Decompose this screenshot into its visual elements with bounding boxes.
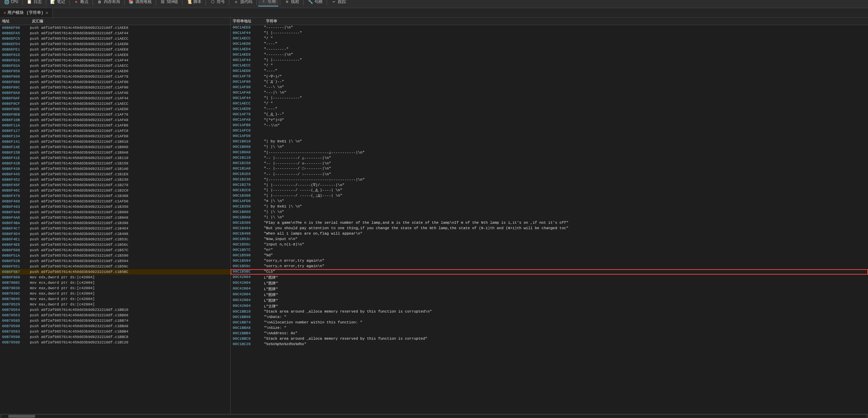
str-row[interactable]: 00C1B56c"input n,n(1-8)\n" bbox=[231, 242, 868, 247]
asm-row[interactable]: 00B6F066push a0f2af9857614c459dd3b9d9232… bbox=[0, 74, 230, 79]
asm-row[interactable]: 00B6F14Epush a0f2af9857614c459dd3b9d9232… bbox=[0, 144, 230, 150]
asm-row[interactable]: 00B6F0DEpush a0f2af9857614c459dd3b9d9232… bbox=[0, 106, 230, 112]
toolbar-callstack[interactable]: 📚 调用堆栈 bbox=[126, 0, 154, 6]
str-row[interactable]: 00C1AFD0 bbox=[231, 134, 868, 139]
str-row[interactable]: 00C1B308"| |----------/ -----(¸;Д)----| … bbox=[231, 193, 868, 199]
asm-row[interactable]: 00B6EFE1push a0f2af9857614c459dd3b9d9232… bbox=[0, 47, 230, 52]
str-row[interactable]: 00C1BC20"%s%s%p%s%zd%s%d%s" bbox=[231, 342, 868, 347]
asm-row[interactable]: 00B6F4C7push a0f2af9857614c459dd3b9d9232… bbox=[0, 226, 230, 231]
asm-row[interactable]: 00B6F51Apush a0f2af9857614c459dd3b9d9232… bbox=[0, 253, 230, 258]
str-row[interactable]: 00C42004L"图牌" bbox=[231, 275, 868, 280]
str-row[interactable]: 00C1AFD0"≡ |\ \n" bbox=[231, 199, 868, 204]
str-row[interactable]: 00C1AECC"/ " bbox=[231, 63, 868, 68]
str-row[interactable]: 00C1AEE8"--------|\n" bbox=[231, 25, 868, 31]
asm-row[interactable]: 00B6F0CFpush a0f2af9857614c459dd3b9d9232… bbox=[0, 101, 230, 106]
tab-close-x[interactable]: ✕ bbox=[3, 10, 6, 16]
str-row[interactable]: 00C1B230"|---------------------------☆--… bbox=[231, 177, 868, 182]
asm-row[interactable]: 00B6F551push a0f2af9857614c459dd3b9d9232… bbox=[0, 264, 230, 269]
asm-row[interactable]: 00B7039Cmov eax,dword ptr ds:[c42004] bbox=[0, 291, 230, 296]
asm-row[interactable]: 00B6F42Bpush a0f2af9857614c459dd3b9d9232… bbox=[0, 161, 230, 166]
toolbar-ref[interactable]: ⚡ 引用 bbox=[258, 0, 278, 6]
str-row[interactable]: 00C1B158"-- |----------/ ◇--------|\n" bbox=[231, 161, 868, 166]
toolbar-memory[interactable]: ▤ 内存布局 bbox=[94, 0, 123, 6]
str-row[interactable]: 00C1AED0"----" bbox=[231, 41, 868, 47]
scrollbar[interactable] bbox=[0, 414, 868, 418]
str-row[interactable]: 00C1AF90"---\ \n" bbox=[231, 85, 868, 90]
asm-row[interactable]: 00B70598push a0f2af9857614c459dd3b9d9232… bbox=[0, 334, 230, 340]
tab-user-module[interactable]: ✕ 用户模块 (字符串) ✕ bbox=[0, 8, 53, 17]
str-row[interactable]: 00C1B57C"n=" bbox=[231, 247, 868, 253]
asm-row[interactable]: 00B6F4ADpush a0f2af9857614c459dd3b9d9232… bbox=[0, 215, 230, 220]
str-row[interactable]: 00C1B110"-- |----------/ △--------|\n" bbox=[231, 155, 868, 161]
asm-row[interactable]: 00B70529mov eax,dword ptr ds:[c42004] bbox=[0, 302, 230, 307]
asm-row[interactable]: 00B6F10Bpush a0f2af9857614c459dd3b9d9232… bbox=[0, 117, 230, 123]
str-row[interactable]: 00C1BBA8"\nSize: " bbox=[231, 325, 868, 331]
asm-row[interactable]: 00B6F4A0push a0f2af9857614c459dd3b9d9232… bbox=[0, 210, 230, 215]
asm-row[interactable]: 00B6F0A8push a0f2af9857614c459dd3b9d9232… bbox=[0, 90, 230, 96]
str-row[interactable]: 00C1B5BC"CLS" bbox=[231, 269, 868, 275]
str-row[interactable]: 00C1AF44"| |------------" bbox=[231, 58, 868, 63]
str-row[interactable]: 00C1AF44"| |------------" bbox=[231, 31, 868, 36]
scrollbar-track[interactable] bbox=[1, 415, 867, 418]
asm-row[interactable]: 00B6F127push a0f2af9857614c459dd3b9d9232… bbox=[0, 128, 230, 134]
str-row[interactable]: 00C1AF44"| |------------" bbox=[231, 96, 868, 101]
asm-row[interactable]: 00B6F508push a0f2af9857614c459dd3b9d9232… bbox=[0, 247, 230, 253]
str-row[interactable]: 00C1AED4"---------" bbox=[231, 47, 868, 52]
str-row[interactable]: 00C1AECC"/ " bbox=[231, 101, 868, 106]
str-row[interactable]: 00C1B350"| by 0x61 |\ \n" bbox=[231, 204, 868, 210]
str-row[interactable]: 00C1B1A0"-- |----------/ □--------|\n" bbox=[231, 166, 868, 172]
str-row[interactable]: 00C42004L"图牌" bbox=[231, 298, 868, 303]
str-row[interactable]: 00C1B594"sorry,n error,try again\n" bbox=[231, 258, 868, 264]
asm-row[interactable]: 00B70563push a0f2af9857614c459dd3b9d9232… bbox=[0, 313, 230, 318]
asm-row[interactable]: 00B70554push a0f2af9857614c459dd3b9d9232… bbox=[0, 307, 230, 313]
str-row[interactable]: 00C42004L"图牌" bbox=[231, 292, 868, 298]
toolbar-source[interactable]: ◇ 源代码 bbox=[231, 0, 255, 6]
str-row[interactable]: 00C1B1E8"-- |----------/ ☆--------|\n" bbox=[231, 172, 868, 177]
str-row[interactable]: 00C1B498"When all 1 lamps are on,flag wi… bbox=[231, 231, 868, 237]
str-row[interactable]: 00C42004L"古牌" bbox=[231, 303, 868, 309]
asm-row[interactable]: 00B6F15Bpush a0f2af9857614c459dd3b9d9232… bbox=[0, 150, 230, 155]
toolbar-handle[interactable]: 🔧 句柄 bbox=[305, 0, 325, 6]
asm-row[interactable]: 00B70590push a0f2af9857614c459dd3b9d9232… bbox=[0, 323, 230, 329]
disasm-content[interactable]: 00B6EF98push a0f2af9857614c459dd3b9d9232… bbox=[0, 25, 230, 414]
asm-row[interactable]: 00B6F486push a0f2af9857614c459dd3b9d9232… bbox=[0, 199, 230, 204]
str-row[interactable]: 00C1B53c"Now,input n\n" bbox=[231, 237, 868, 242]
str-row[interactable]: 00C1BBC8"Stack area around _alloca memor… bbox=[231, 336, 868, 342]
toolbar-cpu[interactable]: CPU bbox=[1, 0, 21, 6]
str-row[interactable]: 00C1B060"| |\ \n" bbox=[231, 144, 868, 150]
str-row[interactable]: 00C1AFA8"(*▽*)=3" bbox=[231, 117, 868, 123]
str-row[interactable]: 00C1AFB8"--∖\n" bbox=[231, 123, 868, 128]
str-row[interactable]: 00C1AF80"(¨Д¨)--" bbox=[231, 79, 868, 85]
str-row[interactable]: 00C1B2C0"| |----------/ -----(¸Д¸)----| … bbox=[231, 188, 868, 193]
str-row[interactable]: 00C1B590"%d" bbox=[231, 253, 868, 258]
asm-row[interactable]: 00B6F09Cpush a0f2af9857614c459dd3b9d9232… bbox=[0, 85, 230, 90]
str-row[interactable]: 00C1AF78"(~∇~)/" bbox=[231, 74, 868, 79]
asm-row[interactable]: 00B6F134push a0f2af9857614c459dd3b9d9232… bbox=[0, 134, 230, 139]
asm-row[interactable]: 00B70045mov eax,dword ptr ds:[c42004] bbox=[0, 296, 230, 302]
asm-row[interactable]: 00B6F52Bpush a0f2af9857614c459dd3b9d9232… bbox=[0, 258, 230, 264]
str-row[interactable]: 00C42004L"图牌" bbox=[231, 286, 868, 292]
toolbar-thread[interactable]: ≋ 线程 bbox=[282, 0, 302, 6]
asm-row[interactable]: 00B6F479push a0f2af9857614c459dd3b9d9232… bbox=[0, 193, 230, 199]
str-row[interactable]: 00C1BBB4"\nAddress: 0x" bbox=[231, 331, 868, 336]
asm-row[interactable]: 00B7059Dpush a0f2af9857614c459dd3b9d9232… bbox=[0, 340, 230, 345]
asm-row[interactable]: 00B6EFD4push a0f2af9857614c459dd3b9d9232… bbox=[0, 41, 230, 47]
asm-row[interactable]: 00B6F4EEpush a0f2af9857614c459dd3b9d9232… bbox=[0, 242, 230, 247]
str-row[interactable]: 00C1AFC8 bbox=[231, 128, 868, 134]
asm-row[interactable]: 00B6EFC5push a0f2af9857614c459dd3b9d9232… bbox=[0, 36, 230, 41]
str-row[interactable]: 00C1AECC"/ " bbox=[231, 36, 868, 41]
asm-row[interactable]: 00B6EF98push a0f2af9857614c459dd3b9d9232… bbox=[0, 25, 230, 31]
toolbar-log[interactable]: 📋 日志 bbox=[24, 0, 44, 6]
asm-row[interactable]: 00B7058Dpush a0f2af9857614c459dd3b9d9232… bbox=[0, 318, 230, 323]
str-row[interactable]: 00C1B060"| |\ \n" bbox=[231, 210, 868, 215]
toolbar-seh[interactable]: ⛓ SEH链 bbox=[157, 0, 181, 6]
str-row[interactable]: 00C1AED0"----" bbox=[231, 106, 868, 112]
asm-row[interactable]: 00B6F11Apush a0f2af9857614c459dd3b9d9232… bbox=[0, 123, 230, 128]
str-row[interactable]: 00C1BB74"\nAllocation number within this… bbox=[231, 320, 868, 325]
asm-row[interactable]: 00B6F4E1push a0f2af9857614c459dd3b9d9232… bbox=[0, 237, 230, 242]
toolbar-trace[interactable]: ↩ 跟踪 bbox=[328, 0, 349, 6]
asm-row[interactable]: 00B6EFA5push a0f2af9857614c459dd3b9d9232… bbox=[0, 31, 230, 36]
str-row[interactable]: 00C1BB10"Stack area around _alloca memor… bbox=[231, 309, 868, 315]
asm-row[interactable]: 00B6F452push a0f2af9857614c459dd3b9d9232… bbox=[0, 177, 230, 182]
asm-row[interactable]: 00B6F445push a0f2af9857614c459dd3b9d9232… bbox=[0, 172, 230, 177]
